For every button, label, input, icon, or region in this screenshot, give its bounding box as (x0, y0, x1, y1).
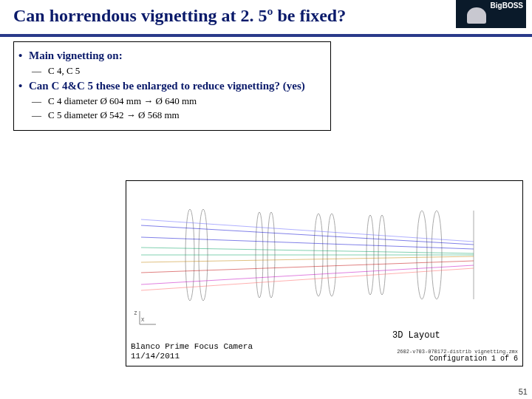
page-number: 51 (519, 387, 528, 396)
figure-date: 11/14/2011 (131, 352, 180, 361)
brand-logo: BigBOSS (456, 0, 526, 28)
subbullet-c5-diameter: C 5 diameter Ø 542 → Ø 568 mm (48, 108, 323, 123)
figure-camera-name: Blanco Prime Focus Camera (131, 342, 253, 351)
ray-trace-diagram (126, 181, 522, 329)
brand-text: BigBOSS (491, 1, 523, 10)
header: Can horrendous vignetting at 2. 5º be fi… (0, 0, 532, 34)
axis-marker: z x (134, 310, 144, 323)
header-rule (0, 34, 532, 37)
optics-figure: z x 3D Layout Blanco Prime Focus Camera … (126, 180, 523, 366)
content-box: Main vignetting on: C 4, C 5 Can C 4&C 5… (13, 41, 331, 131)
subbullet-c4c5: C 4, C 5 (48, 64, 323, 78)
slide-title: Can horrendous vignetting at 2. 5º be fi… (0, 0, 532, 26)
figure-footer: Blanco Prime Focus Camera 11/14/2011 (131, 342, 253, 361)
figure-config: Configuration 1 of 6 (429, 355, 518, 363)
bullet-main-vignetting: Main vignetting on: (29, 48, 323, 64)
figure-filename: 2602-v703-070172-distrib vignetting.zmx (397, 349, 518, 355)
bullet-enlarge: Can C 4&C 5 these be enlarged to reduce … (29, 78, 323, 94)
telescope-dome-icon (467, 7, 486, 24)
subbullet-c4-diameter: C 4 diameter Ø 604 mm → Ø 640 mm (48, 94, 323, 109)
figure-label-3d: 3D Layout (392, 330, 440, 341)
